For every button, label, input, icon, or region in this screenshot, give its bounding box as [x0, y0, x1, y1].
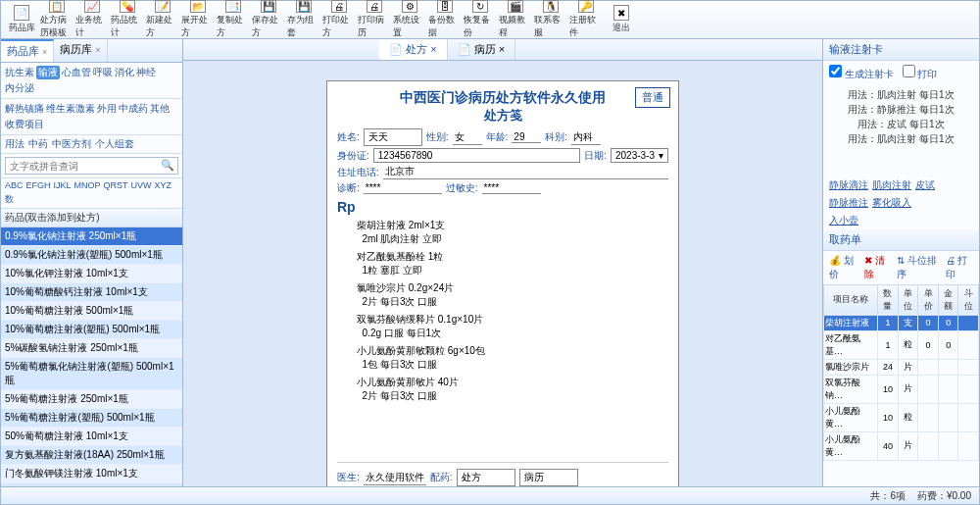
history-btn[interactable]: 病历 — [519, 469, 578, 486]
toolbar-业务统计[interactable]: 📈业务统计 — [75, 3, 109, 36]
drug-item[interactable]: 0.9%氯化钠注射液(塑瓶) 500ml×1瓶 — [1, 246, 182, 265]
rx-item[interactable]: 柴胡注射液 2ml×1支 2ml 肌肉注射 立即 — [357, 219, 668, 246]
toolbar-存为组套[interactable]: 💾存为组套 — [287, 3, 320, 36]
toolbar-打印处方[interactable]: 🖨打印处方 — [322, 3, 356, 36]
filter-item[interactable]: IJKL — [54, 180, 72, 190]
close-icon[interactable]: × — [499, 43, 505, 55]
drug-item[interactable]: 10%葡萄糖注射液(塑瓶) 500ml×1瓶 — [1, 321, 182, 339]
close-icon[interactable]: × — [430, 43, 436, 55]
med-row[interactable]: 小儿氨酚黄…10粒 — [824, 403, 979, 431]
filter-item[interactable]: 心血管 — [62, 66, 91, 79]
print-btn[interactable]: 🖨 打印 — [946, 254, 973, 281]
close-icon[interactable]: × — [42, 47, 47, 57]
toolbar-备份数据[interactable]: 🗄备份数据 — [428, 3, 462, 36]
drug-item[interactable]: 5%葡萄糖注射液 250ml×1瓶 — [1, 390, 182, 409]
filter-item[interactable]: 中药 — [28, 137, 48, 151]
toolbar-药品统计[interactable]: 💊药品统计 — [111, 3, 144, 36]
rx-item[interactable]: 小儿氨酚黄那敏片 40片 2片 每日3次 口服 — [357, 376, 668, 403]
injection-link[interactable]: 皮试 — [915, 178, 935, 192]
dept[interactable]: 内科 — [571, 130, 601, 145]
toolbar-保存处方[interactable]: 💾保存处方 — [252, 3, 285, 36]
filter-item[interactable]: 神经 — [136, 66, 156, 79]
filter-item[interactable]: 中医方剂 — [52, 137, 91, 151]
filter-item[interactable]: 数 — [5, 193, 14, 206]
toolbar-视频教程[interactable]: 🎬视频教程 — [499, 3, 532, 36]
drug-item[interactable]: 复方氨基酸注射液(18AA) 250ml×1瓶 — [1, 446, 182, 465]
drug-item[interactable]: 门冬氨酸钾镁注射液 10ml×1支 — [1, 465, 182, 483]
center-tab[interactable]: 📄 病历 × — [448, 39, 516, 60]
filter-item[interactable]: QRST — [104, 180, 128, 190]
toolbar-退出[interactable]: ✖退出 — [605, 3, 638, 36]
drug-item[interactable]: 10%葡萄糖酸钙注射液 10ml×1支 — [1, 283, 182, 302]
center-tab[interactable]: 📄 处方 × — [379, 39, 448, 60]
toolbar-展开处方[interactable]: 📂展开处方 — [181, 3, 215, 36]
injection-link[interactable]: 静脉滴注 — [829, 178, 868, 192]
left-tab[interactable]: 病历库× — [54, 39, 107, 62]
dispense[interactable]: 处方 — [457, 469, 515, 486]
filter-item[interactable]: UVW — [131, 180, 152, 190]
patient-sex[interactable]: 女 — [453, 130, 482, 145]
clear-btn[interactable]: ✖ 清除 — [864, 254, 891, 281]
print-card-checkbox[interactable]: 打印 — [903, 69, 938, 79]
filter-item[interactable]: 消化 — [115, 66, 134, 79]
search-icon[interactable]: 🔍 — [161, 159, 174, 172]
filter-item[interactable]: 中成药 — [119, 102, 148, 116]
rx-item[interactable]: 小儿氨酚黄那敏颗粒 6g×10包 1包 每日3次 口服 — [357, 344, 668, 372]
injection-link[interactable]: 静脉推注 — [829, 196, 868, 210]
injection-link[interactable]: 肌肉注射 — [872, 178, 911, 192]
diagnosis[interactable]: **** — [364, 182, 442, 194]
filter-item[interactable]: ABC — [5, 180, 24, 190]
filter-item[interactable]: 收费项目 — [5, 118, 44, 131]
toolbar-复制处方[interactable]: 📑复制处方 — [217, 3, 250, 36]
drug-item[interactable]: 0.9%氯化钠注射液 250ml×1瓶 — [1, 227, 182, 246]
rx-date[interactable]: 2023-3-3▾ — [611, 148, 668, 163]
calendar-icon[interactable]: ▾ — [659, 150, 663, 161]
rx-item[interactable]: 氯唯沙宗片 0.2g×24片 2片 每日3次 口服 — [357, 281, 668, 309]
filter-item[interactable]: 其他 — [150, 102, 170, 116]
filter-item[interactable]: 内分泌 — [5, 81, 34, 95]
filter-item[interactable]: 个人组套 — [95, 137, 134, 151]
med-row[interactable]: 小儿氨酚黄…40片 — [824, 431, 979, 460]
drug-item[interactable]: 5%碳酸氢钠注射液 250ml×1瓶 — [1, 339, 182, 358]
med-row[interactable]: 对乙酰氨基…1粒00 — [824, 330, 979, 359]
rx-item[interactable]: 对乙酰氨基酚栓 1粒 1粒 塞肛 立即 — [357, 250, 668, 278]
med-row[interactable]: 柴胡注射液1支00 — [824, 315, 979, 330]
patient-addr[interactable]: 北京市 — [383, 165, 668, 179]
filter-item[interactable]: MNOP — [74, 180, 101, 190]
patient-id[interactable]: 1234567890 — [373, 148, 580, 163]
filter-item[interactable]: 输液 — [36, 66, 60, 79]
filter-item[interactable]: 用法 — [5, 137, 24, 151]
allergy[interactable]: **** — [482, 182, 541, 194]
toolbar-新建处方[interactable]: 📝新建处方 — [146, 3, 179, 36]
drug-item[interactable]: 10%氯化钾注射液 10ml×1支 — [1, 265, 182, 283]
filter-item[interactable]: 抗生素 — [5, 66, 34, 79]
price-btn[interactable]: 💰 划价 — [829, 254, 858, 281]
filter-item[interactable]: XYZ — [155, 180, 172, 190]
left-tab[interactable]: 药品库× — [1, 39, 54, 62]
filter-item[interactable]: 解热镇痛 — [5, 102, 44, 116]
rx-item[interactable]: 双氯芬酸钠缓释片 0.1g×10片 0.2g 口服 每日1次 — [357, 313, 668, 340]
filter-item[interactable]: 维生素激素 — [46, 102, 95, 116]
toolbar-处方病历模板[interactable]: 📋处方病历模板 — [40, 3, 74, 36]
close-icon[interactable]: × — [95, 45, 100, 55]
drug-item[interactable]: 10%葡萄糖注射液 500ml×1瓶 — [1, 302, 182, 321]
patient-age[interactable]: 29 — [512, 131, 541, 143]
filter-item[interactable]: 呼吸 — [93, 66, 113, 79]
drug-item[interactable]: 5%葡萄糖氯化钠注射液(塑瓶) 500ml×1瓶 — [1, 358, 182, 390]
filter-item[interactable]: 外用 — [97, 102, 117, 116]
doctor[interactable]: 永久使用软件 — [364, 471, 426, 485]
toolbar-打印病历[interactable]: 🖨打印病历 — [358, 3, 391, 36]
drug-item[interactable]: 50%葡萄糖注射液 10ml×1支 — [1, 428, 182, 446]
med-row[interactable]: 双氯芬酸钠…10片 — [824, 375, 979, 403]
toolbar-恢复备份[interactable]: ↻恢复备份 — [464, 3, 497, 36]
sort-btn[interactable]: ⇅ 斗位排序 — [897, 254, 940, 281]
toolbar-注册软件[interactable]: 🔑注册软件 — [569, 3, 603, 36]
filter-item[interactable]: EFGH — [26, 180, 51, 190]
med-row[interactable]: 氯唯沙宗片24片 — [824, 359, 979, 375]
injection-link[interactable]: 雾化吸入 — [872, 196, 911, 210]
patient-name[interactable]: 天天 — [364, 128, 422, 146]
drug-search-input[interactable] — [5, 157, 178, 175]
gen-card-checkbox[interactable]: 生成注射卡 — [829, 69, 894, 79]
toolbar-联系客服[interactable]: 🐧联系客服 — [534, 3, 567, 36]
toolbar-系统设置[interactable]: ⚙系统设置 — [393, 3, 426, 36]
